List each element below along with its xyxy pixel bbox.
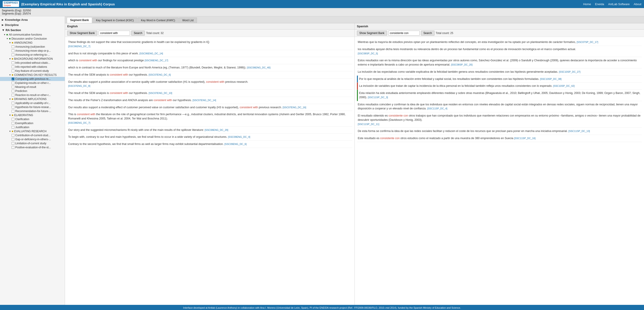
tree-item-11[interactable]: ✓Comparing-with-previous-re... [0,77,65,81]
tree-item-25[interactable]: Contribution-of-current-stud... [0,133,65,137]
tab-word-list[interactable]: Word List [179,17,197,23]
tree-item-4[interactable]: Announcing-move-step-or-p... [0,49,65,53]
segment-ref: [SSC06ENG_DC_17] [144,59,168,62]
tree-item-18[interactable]: Hypothesis-for-future-resear... [0,105,65,109]
tree-item-22[interactable]: Exemplification [0,121,65,125]
tree-label: Meaning-of-result [15,85,36,89]
tree-item-5[interactable]: Announcing-or-referring-to-... [0,53,65,57]
checkbox-icon [12,126,14,129]
english-segment-9: This is consistent with the literature o… [67,111,352,126]
tree-item-13[interactable]: Meaning-of-result [0,85,65,89]
tree-item-9[interactable]: Key-feature-of-current-study [0,69,65,73]
tree-item-27[interactable]: Limitation-of-current study [0,141,65,145]
tree-item-7[interactable]: Info-provided-without-citatic... [0,61,65,65]
folder-icon: ■ [9,37,10,40]
sidebar-ra-section[interactable]: ▼ RA Section [0,27,65,33]
checkbox-icon [12,146,14,149]
checkbox-icon [12,142,14,145]
tree-item-16[interactable]: ▼■DRAWING IMPLICATIONS [0,97,65,101]
segment-ref: [SSC06ENG_DC_14] [140,52,163,55]
tree-label: COMMENTING ON KEY RESULTS [14,73,57,76]
english-search-btn[interactable]: Search [131,31,145,35]
tree-item-12[interactable]: Explaining-results-or-other-r... [0,81,65,85]
english-segment-11: To begin with, contrary to our first and… [67,134,352,141]
tree-item-3[interactable]: Announcing-(sub)section [0,45,65,49]
nav-item-eneida[interactable]: Eneida [595,2,604,6]
tree-label: Comparing-with-previous-re... [15,77,51,81]
segment-ref: [SSC06ENG_DC_7] [68,45,90,48]
tree-item-24[interactable]: ▼■EVALUATING RESEARCH [0,129,65,133]
english-segment-3: which is in contrast to much of the lite… [67,64,352,71]
english-segment-12: Contrary to the second hypothesis, we fi… [67,141,352,148]
tree-item-2[interactable]: ▼■ANNOUNCING [0,41,65,45]
tree-label: Key-feature-of-current-study [15,69,49,72]
segment-ref: [SSC11SP_DC_13] [568,130,590,132]
nav-item-antlab-software[interactable]: AntLab Software [608,2,630,6]
english-search-input[interactable] [98,31,130,35]
tree-arrow: ▼ [6,38,8,40]
tree-item-1[interactable]: ▼■Discussion and/or Conclusion [0,37,65,41]
tree-label: Info-provided-without-citatic... [15,61,50,64]
english-segment-0: These findings do not support the view t… [67,39,352,50]
sidebar-discipline[interactable]: ▶ Discipline [0,22,65,27]
segment-ref: [SSC08ENG_DC_7] [68,122,90,124]
tree-item-21[interactable]: Clarification [0,117,65,121]
tree-arrow: ▼ [9,74,11,76]
tab-segment-bank[interactable]: Segment Bank [67,17,92,23]
spanish-search-input[interactable] [388,31,420,35]
esp-count: Segments (Esp): 25/574 [2,12,642,15]
ra-section-label: RA Section [6,28,21,32]
spanish-show-segment-bank-btn[interactable]: Show Segment Bank [357,31,387,35]
subheader: Segments (Eng): 32/550 Segments (Esp): 2… [0,8,644,16]
segment-ref: [SSC07ENG_DC_14] [192,99,216,102]
tree-arrow: ▼ [4,33,6,36]
segment-ref: [SSC10SP_DC_27] [559,70,580,73]
logo-text-line2: Corpus [4,4,18,7]
footer-text: Interface developed at Antlab (Laurence … [183,307,461,309]
tree-item-19[interactable]: Recommendation-for-future-... [0,109,65,113]
eng-count: Segments (Eng): 32/550 [2,9,642,12]
logo-text-line1: EXEMPRAES [4,1,18,4]
segment-ref: [SSC07ENG_DC_10] [148,92,172,94]
nav-item-about[interactable]: About [634,2,641,6]
tab-key-segment-in-context--ksic-[interactable]: Key Segment in Context (KSIC) [92,17,137,23]
segment-ref: [SSC11SP_DC_16] [514,137,536,140]
tree-label: DRAWING IMPLICATIONS [14,98,46,101]
checkbox-icon [12,110,14,113]
spanish-segment-9: De esta forma se confirma la idea de que… [357,128,642,135]
tree-item-15[interactable]: Reaction-to-result-or-other-r... [0,93,65,97]
tree-item-0[interactable]: ▼■All communicative functions [0,33,65,37]
spanish-segments-list: Mientras que la mayoría de estudios prev… [355,37,644,305]
tree-label: Announcing-or-referring-to-... [15,53,50,56]
tree-item-26[interactable]: Gap-or-deficiency-in-others-... [0,137,65,141]
folder-icon: ■ [12,73,13,76]
spanish-total-count: Total count: 25 [436,31,453,35]
tree-label: Limitation-of-current study [15,142,46,145]
tree-label: Gap-or-deficiency-in-others-... [15,138,51,141]
segment-ref: [SSC07SP_DC_17] [576,41,598,43]
tab-key-word-in-context--kwic-[interactable]: Key Word in Context (KWIC) [138,17,178,23]
tree-item-8[interactable]: Info-reported-with-citations [0,65,65,69]
english-show-segment-bank-btn[interactable]: Show Segment Bank [67,31,97,35]
discipline-label: Discipline [5,23,18,27]
tree-item-23[interactable]: Justification [0,125,65,129]
tree-item-14[interactable]: Prediction [0,89,65,93]
sidebar-knowledge-area[interactable]: ▶ Knowledge Area [0,17,65,22]
tree-item-28[interactable]: Positive-evaluation-of-the-st... [0,145,65,150]
tree-item-6[interactable]: ▼■BACKGROUND INFORMATION [0,57,65,61]
english-panel: English Show Segment Bank Search Total c… [65,23,355,305]
spanish-segment-6: Esta relación ha sido estudiada anterior… [357,90,642,101]
checkbox-icon [12,138,14,141]
app-title: (Exemplary Empirical RAs in English and … [21,2,583,6]
tree-item-17[interactable]: Applicability-or-usability-of-r... [0,101,65,105]
tree-item-20[interactable]: ▼■ELABORATING [0,113,65,117]
segment-ref: [SSC09ENG_DC_4] [228,136,250,138]
spanish-segment-7: Estos resultados coinciden y confirman l… [357,101,642,113]
spanish-segment-5: La inclusión de variables que tratan de … [357,83,642,90]
folder-icon: ■ [12,114,13,117]
spanish-search-btn[interactable]: Search [421,31,434,35]
tree-label: BACKGROUND INFORMATION [14,57,53,60]
tree-item-10[interactable]: ▼■COMMENTING ON KEY RESULTS [0,73,65,77]
english-segment-5: Our results also support a positive asso… [67,79,352,90]
nav-item-home[interactable]: Home [583,2,591,6]
